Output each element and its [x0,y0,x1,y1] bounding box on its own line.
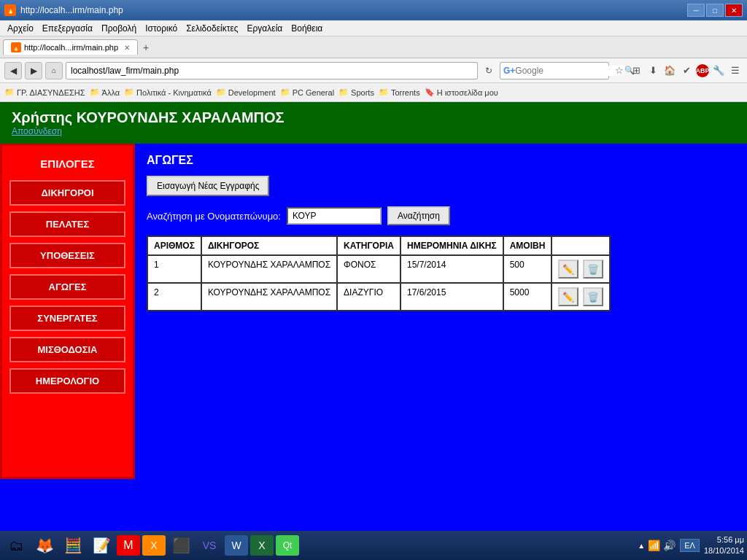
bookmark-torrents[interactable]: 📁 Torrents [379,88,420,97]
cell-category: ΔΙΑΖΥΓΙΟ [337,283,400,311]
taskbar-qt-icon[interactable]: Qt [276,535,299,556]
tab-close-button[interactable]: ✕ [124,44,130,52]
extensions-icon[interactable]: 🔧 [711,63,726,78]
cell-category: ΦΟΝΟΣ [337,255,400,283]
tab-favicon: 🔥 [11,42,21,52]
menu-edit[interactable]: Επεξεργασία [38,22,97,35]
tab-bar: 🔥 http://localh...irm/main.php ✕ + [0,36,747,58]
sidebar-item-lawyers[interactable]: ΔΙΚΗΓΟΡΟΙ [9,180,125,206]
delete-button[interactable]: 🗑️ [583,260,603,279]
close-button[interactable]: ✕ [725,4,743,17]
data-table: ΑΡΙΘΜΟΣ ΔΙΚΗΓΟΡΟΣ ΚΑΤΗΓΟΡΙΑ ΗΜΕΡΟΜΗΝΙΑ Δ… [147,236,611,311]
refresh-button[interactable]: ↻ [481,63,497,79]
col-header-actions [551,236,609,255]
sidebar-item-cases[interactable]: ΥΠΟΘΕΣΕΙΣ [9,243,125,268]
main-layout: ΕΠΙΛΟΓΕΣ ΔΙΚΗΓΟΡΟΙ ΠΕΛΑΤΕΣ ΥΠΟΘΕΣΕΙΣ ΑΓΩ… [0,144,747,479]
download-icon[interactable]: ⬇ [646,63,660,78]
user-name: Χρήστης ΚΟΥΡΟΥΝΔΗΣ ΧΑΡΑΛΑΜΠΟΣ [12,109,735,126]
url-input[interactable] [66,62,478,79]
check-icon[interactable]: ✔ [679,63,694,78]
taskbar-calculator-icon[interactable]: 🧮 [60,533,86,558]
col-header-lawyer: ΔΙΚΗΓΟΡΟΣ [201,236,337,255]
taskbar-excel-icon[interactable]: X [250,535,274,556]
sidebar-item-associates[interactable]: ΣΥΝΕΡΓΑΤΕΣ [9,306,125,331]
google-logo: G+ [503,66,515,76]
address-bar: ◀ ▶ ⌂ ↻ G+ 🔍 ☆ ⊞ ⬇ 🏠 ✔ ABP 🔧 ☰ [0,58,747,83]
menu-tools[interactable]: Εργαλεία [243,22,287,35]
menu-history[interactable]: Ιστορικό [141,22,182,35]
search-input[interactable] [287,207,382,225]
cell-fee: 5000 [503,283,552,311]
taskbar-notepad-icon[interactable]: 📝 [88,533,115,558]
bookmark-my-site[interactable]: 🔖 Η ιστοσελίδα μου [425,88,498,97]
taskbar-files-icon[interactable]: 🗂 [3,533,29,558]
bookmark-pc-general[interactable]: 📁 PC General [280,88,334,97]
title-bar: 🔥 http://localh...irm/main.php ─ □ ✕ [0,0,747,20]
taskbar-visualstudio-icon[interactable]: VS [196,533,222,558]
home-nav-icon[interactable]: 🏠 [662,63,677,78]
system-tray: ▲ 📶 🔊 [638,540,676,551]
taskbar-word-icon[interactable]: W [225,535,248,556]
menu-icon[interactable]: ☰ [728,63,743,78]
bookmark-politika[interactable]: 📁 Πολιτικά - Κινηματικά [124,88,212,97]
taskbar-firefox-icon[interactable]: 🦊 [31,533,58,558]
cell-fee: 500 [503,255,552,283]
minimize-button[interactable]: ─ [687,4,705,17]
active-tab[interactable]: 🔥 http://localh...irm/main.php ✕ [3,39,138,55]
taskbar: 🗂 🦊 🧮 📝 M X ⬛ VS W X Qt ▲ 📶 🔊 ΕΛ 5:56 μμ… [0,531,747,560]
sidebar-item-payroll[interactable]: ΜΙΣΘΟΔΟΣΙΑ [9,337,125,362]
menu-bookmarks[interactable]: Σελιδοδείκτες [182,22,242,35]
edit-button[interactable]: ✏️ [558,287,578,306]
new-tab-button[interactable]: + [138,39,154,55]
language-indicator[interactable]: ΕΛ [680,539,700,552]
sidebar-item-lawsuits[interactable]: ΑΓΩΓΕΣ [9,274,125,300]
cell-actions: ✏️ 🗑️ [551,255,609,283]
taskbar-matlab-icon[interactable]: M [117,535,140,556]
cell-lawyer: ΚΟΥΡΟΥΝΔΗΣ ΧΑΡΑΛΑΜΠΟΣ [201,255,337,283]
cell-actions: ✏️ 🗑️ [551,283,609,311]
edit-button[interactable]: ✏️ [558,260,578,279]
bookmark-sports[interactable]: 📁 Sports [338,88,374,97]
tray-volume-icon[interactable]: 🔊 [663,540,676,551]
new-entry-button[interactable]: Εισαγωγή Νέας Εγγραφής [147,176,269,196]
forward-button[interactable]: ▶ [25,62,42,79]
sidebar-item-clients[interactable]: ΠΕΛΑΤΕΣ [9,211,125,237]
site-header: Χρήστης ΚΟΥΡΟΥΝΔΗΣ ΧΑΡΑΛΑΜΠΟΣ Αποσύνδεση [0,102,747,144]
col-header-date: ΗΜΕΡΟΜΗΝΙΑ ΔΙΚΗΣ [400,236,503,255]
search-input[interactable] [515,66,624,76]
window-favicon: 🔥 [4,4,16,16]
table-row: 1 ΚΟΥΡΟΥΝΔΗΣ ΧΑΡΑΛΑΜΠΟΣ ΦΟΝΟΣ 15/7/2014 … [147,255,610,283]
bookmark-gr-diasyndeseis[interactable]: 📁 ΓΡ. ΔΙΑΣΥΝΔΕΣΗΣ [4,88,85,97]
delete-button[interactable]: 🗑️ [583,287,603,306]
adblock-icon[interactable]: ABP [696,64,709,77]
menu-view[interactable]: Προβολή [97,22,141,35]
taskbar-xampp-icon[interactable]: X [142,535,166,556]
taskbar-terminal-icon[interactable]: ⬛ [168,533,194,558]
window-title: http://localh...irm/main.php [20,5,123,15]
menu-file[interactable]: Αρχείο [3,22,38,35]
tray-up-arrow[interactable]: ▲ [638,542,645,550]
menu-bar: Αρχείο Επεξεργασία Προβολή Ιστορικό Σελι… [0,20,747,36]
cell-date: 17/6/2015 [400,283,503,311]
cell-lawyer: ΚΟΥΡΟΥΝΔΗΣ ΧΑΡΑΛΑΜΠΟΣ [201,283,337,311]
bookmark-star-icon[interactable]: ☆ [612,63,627,78]
bookmark-alla[interactable]: 📁 Άλλα [90,88,120,97]
search-button[interactable]: Αναζήτηση [387,206,450,225]
back-button[interactable]: ◀ [4,62,22,79]
sidebar-item-calendar[interactable]: ΗΜΕΡΟΛΟΓΙΟ [9,368,125,394]
cell-id: 1 [147,255,201,283]
home-button[interactable]: ⌂ [45,62,63,79]
logout-link[interactable]: Αποσύνδεση [12,126,62,136]
search-row: Αναζήτηση με Ονοματεπώνυμο: Αναζήτηση [147,206,735,225]
bookmark-manager-icon[interactable]: ⊞ [629,63,643,78]
maximize-button[interactable]: □ [706,4,724,17]
tray-network-icon[interactable]: 📶 [648,540,660,551]
sidebar: ΕΠΙΛΟΓΕΣ ΔΙΚΗΓΟΡΟΙ ΠΕΛΑΤΕΣ ΥΠΟΘΕΣΕΙΣ ΑΓΩ… [0,144,135,479]
content-area: ΑΓΩΓΕΣ Εισαγωγή Νέας Εγγραφής Αναζήτηση … [135,144,747,479]
clock-time: 5:56 μμ [704,534,744,545]
bookmark-development[interactable]: 📁 Development [216,88,276,97]
menu-help[interactable]: Βοήθεια [287,22,327,35]
page-content: Χρήστης ΚΟΥΡΟΥΝΔΗΣ ΧΑΡΑΛΑΜΠΟΣ Αποσύνδεση… [0,102,747,531]
bookmarks-bar: 📁 ΓΡ. ΔΙΑΣΥΝΔΕΣΗΣ 📁 Άλλα 📁 Πολιτικά - Κι… [0,83,747,102]
clock: 5:56 μμ 18/10/2014 [704,534,744,557]
